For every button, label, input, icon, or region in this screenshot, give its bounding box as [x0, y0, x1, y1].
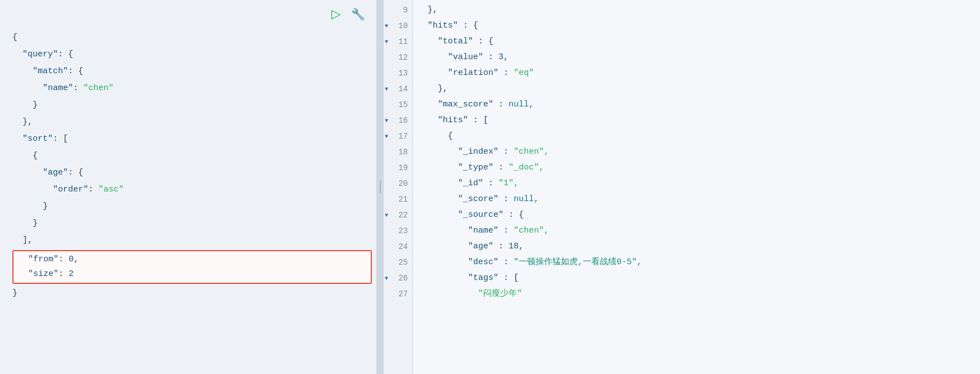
- code-token: :: [483, 51, 498, 64]
- fold-marker: [0, 148, 10, 150]
- fold-triangle[interactable]: ▼: [385, 212, 388, 219]
- divider-line: [380, 180, 381, 194]
- code-line: }: [0, 198, 376, 215]
- line-num-value: 27: [398, 290, 408, 299]
- code-line: "match": {: [0, 63, 376, 80]
- code-token: 3,: [498, 51, 509, 64]
- code-line: "name": "chen": [0, 80, 376, 97]
- code-token: "max_score": [438, 98, 493, 112]
- fold-marker: [0, 286, 10, 288]
- code-token: "_doc",: [509, 161, 544, 175]
- code-line: "sort": [: [0, 131, 376, 148]
- code-token: "value": [448, 51, 483, 64]
- fold-triangle[interactable]: ▼: [385, 118, 388, 124]
- line-num-value: 16: [398, 116, 408, 125]
- code-line: "order": "asc": [0, 181, 376, 198]
- line-num-value: 25: [398, 258, 408, 267]
- fold-marker: [0, 131, 10, 133]
- code-line: }: [0, 97, 376, 114]
- response-line: "_score" : null,: [413, 192, 980, 207]
- line-num-value: 20: [398, 179, 408, 188]
- code-token: [417, 161, 458, 175]
- response-line: "relation" : "eq": [413, 65, 980, 81]
- run-button[interactable]: ▷: [329, 6, 343, 23]
- line-num-value: 12: [398, 53, 408, 62]
- line-number: 25: [384, 255, 412, 270]
- fold-marker: [0, 114, 10, 117]
- code-token: "eq": [514, 66, 534, 80]
- line-number: 24: [384, 239, 412, 255]
- fold-marker: [0, 199, 10, 201]
- code-token: {: [417, 130, 453, 143]
- code-token: : [: [498, 271, 519, 285]
- code-line: "age": {: [0, 164, 376, 181]
- code-token: [417, 98, 438, 112]
- fold-triangle[interactable]: ▼: [385, 133, 388, 140]
- fold-marker: [0, 165, 10, 167]
- line-num-value: 19: [398, 163, 408, 172]
- line-number: ▼10: [384, 18, 412, 34]
- line-num-value: 14: [398, 84, 408, 94]
- left-panel: ▷ 🔧 { "query": { "match": { "name": "che…: [0, 0, 377, 374]
- fold-marker: [0, 182, 10, 184]
- code-line: }: [0, 215, 376, 232]
- response-line: },: [413, 2, 980, 18]
- header-icons: ▷ 🔧: [329, 6, 367, 23]
- response-line: "_type" : "_doc",: [413, 160, 980, 176]
- fold-triangle[interactable]: ▼: [385, 86, 388, 92]
- line-num-value: 15: [398, 100, 408, 109]
- code-line: },: [0, 114, 376, 131]
- code-token: [417, 145, 458, 159]
- line-num-value: 21: [398, 195, 408, 204]
- code-token: null,: [514, 193, 539, 206]
- fold-marker: [0, 30, 10, 32]
- line-num-value: 22: [398, 211, 408, 220]
- code-line: }: [0, 285, 376, 302]
- fold-triangle[interactable]: ▼: [385, 23, 388, 29]
- code-token: [417, 35, 438, 48]
- code-token: [417, 177, 458, 190]
- code-token: [417, 193, 458, 206]
- code-line: {: [0, 148, 376, 164]
- code-token: :: [493, 161, 509, 175]
- line-number: 9: [384, 2, 412, 18]
- code-token: "hits": [438, 114, 468, 127]
- code-token: [417, 256, 468, 269]
- line-number: 12: [384, 50, 412, 65]
- code-token: "_type": [458, 161, 493, 175]
- line-num-value: 26: [398, 274, 408, 283]
- line-num-value: 13: [398, 69, 408, 78]
- code-token: :: [498, 66, 514, 80]
- response-line: },: [413, 81, 980, 97]
- panel-divider[interactable]: [377, 0, 384, 374]
- code-token: "chen",: [514, 224, 549, 238]
- fold-triangle[interactable]: ▼: [385, 39, 388, 45]
- response-line: "_index" : "chen",: [413, 144, 980, 160]
- response-line: "_source" : {: [413, 207, 980, 223]
- request-body: { "query": { "match": { "name": "chen" }…: [0, 27, 376, 374]
- line-number: 23: [384, 223, 412, 239]
- code-token: "_index": [458, 145, 498, 159]
- line-num-value: 11: [398, 37, 408, 46]
- line-num-value: 23: [398, 226, 408, 235]
- settings-button[interactable]: 🔧: [349, 6, 367, 22]
- code-token: "age": [468, 240, 493, 253]
- code-token: "name": [468, 224, 498, 238]
- code-token: 18,: [509, 240, 524, 253]
- line-number: 18: [384, 144, 412, 160]
- response-line: "hits" : {: [413, 18, 980, 34]
- line-number: ▼17: [384, 128, 412, 144]
- code-token: :: [498, 193, 514, 206]
- fold-marker: [0, 216, 10, 218]
- code-token: [417, 51, 448, 64]
- fold-marker: [0, 233, 10, 235]
- code-token: "一顿操作猛如虎,一看战绩0-5",: [514, 256, 642, 269]
- code-token: "hits": [428, 19, 458, 33]
- line-number: ▼11: [384, 34, 412, 50]
- code-token: [417, 208, 458, 222]
- code-line: "query": {: [0, 46, 376, 63]
- code-token: },: [417, 3, 438, 17]
- fold-triangle[interactable]: ▼: [385, 275, 388, 282]
- code-token: "chen",: [514, 145, 549, 159]
- code-token: : {: [504, 208, 524, 222]
